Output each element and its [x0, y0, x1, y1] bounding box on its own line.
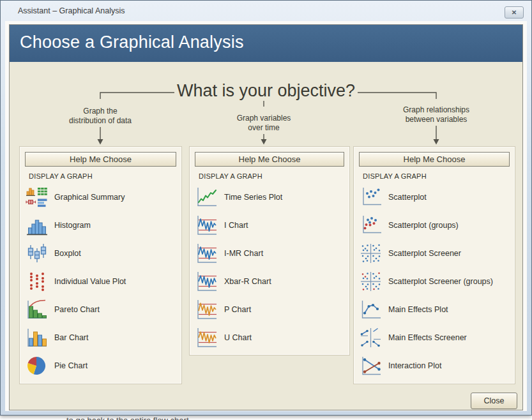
help-me-choose-button-distribution[interactable]: Help Me Choose	[25, 152, 176, 167]
scatterplot-screener-icon	[359, 243, 383, 264]
graph-item-label: Scatterplot (groups)	[388, 221, 459, 230]
help-me-choose-button-relationships[interactable]: Help Me Choose	[359, 152, 510, 167]
graph-item-scatterplot-screener-groups[interactable]: Scatterplot Screener (groups)	[359, 267, 513, 296]
dialog-client: Choose a Graphical Analysis	[5, 21, 527, 411]
dialog-content: What is your objective? Graph the distri…	[10, 62, 522, 410]
interaction-plot-icon	[359, 355, 383, 377]
graph-item-p-chart[interactable]: P Chart	[195, 296, 348, 324]
branch-line: Graph relationships	[382, 105, 490, 115]
graph-item-xbar-r-chart[interactable]: Xbar-R Chart	[195, 267, 348, 296]
graph-item-histogram[interactable]: Histogram	[25, 211, 180, 239]
scatterplot-screener-groups-icon	[359, 271, 383, 292]
graph-item-label: Interaction Plot	[388, 361, 441, 370]
graph-list-relationships: Scatterplot	[359, 183, 513, 380]
graph-list-distribution: Graphical Summary	[25, 183, 180, 380]
branch-label-distribution: Graph the distribution of data	[46, 107, 155, 126]
graph-item-interaction-plot[interactable]: Interaction Plot	[359, 352, 513, 380]
graph-item-scatterplot[interactable]: Scatterplot	[359, 183, 513, 211]
window-title: Assistant – Graphical Analysis	[18, 6, 125, 15]
graph-item-time-series-plot[interactable]: Time Series Plot	[195, 183, 348, 211]
branch-line: over time	[209, 123, 318, 133]
graph-item-bar-chart[interactable]: Bar Chart	[25, 324, 180, 352]
graph-item-label: I-MR Chart	[224, 249, 263, 258]
graph-item-label: Boxplot	[54, 249, 81, 258]
time-series-plot-icon	[195, 186, 219, 208]
branch-label-relationships: Graph relationships between variables	[382, 105, 490, 124]
branch-line: Graph variables	[209, 114, 318, 123]
histogram-icon	[25, 214, 49, 236]
graph-item-label: Scatterplot Screener (groups)	[388, 277, 493, 286]
display-a-graph-heading: DISPLAY A GRAPH	[363, 172, 427, 180]
graph-item-label: Scatterplot	[388, 193, 427, 202]
close-button[interactable]: Close	[471, 393, 517, 409]
flowchart-connectors	[10, 62, 522, 146]
scatterplot-groups-icon	[359, 214, 383, 236]
main-effects-screener-icon	[359, 327, 383, 349]
p-chart-icon	[195, 299, 219, 320]
xbar-r-chart-icon	[195, 271, 219, 292]
graph-item-label: Pareto Chart	[54, 305, 100, 314]
graphical-summary-icon	[25, 186, 49, 208]
branch-line: between variables	[382, 115, 490, 124]
i-chart-icon	[195, 214, 219, 236]
dialog-title: Choose a Graphical Analysis	[20, 33, 244, 52]
graph-item-label: I Chart	[224, 221, 248, 230]
graph-item-label: Xbar-R Chart	[224, 277, 271, 286]
graph-item-u-chart[interactable]: U Chart	[195, 324, 348, 352]
graph-item-boxplot[interactable]: Boxplot	[25, 239, 180, 267]
screen: to go back to the entire flow chart. Ass…	[0, 0, 532, 420]
display-a-graph-heading: DISPLAY A GRAPH	[199, 172, 262, 180]
graph-item-graphical-summary[interactable]: Graphical Summary	[25, 183, 180, 211]
graph-item-scatterplot-groups[interactable]: Scatterplot (groups)	[359, 211, 513, 239]
pie-chart-icon	[25, 355, 49, 377]
graph-item-label: U Chart	[224, 333, 252, 342]
branch-line: distribution of data	[46, 116, 155, 126]
graph-item-label: Individual Value Plot	[54, 277, 126, 286]
objective-question: What is your objective?	[10, 81, 522, 101]
help-me-choose-button-over-time[interactable]: Help Me Choose	[195, 152, 344, 167]
graph-item-main-effects-plot[interactable]: Main Effects Plot	[359, 296, 513, 324]
individual-value-plot-icon	[25, 271, 49, 292]
assistant-window: Assistant – Graphical Analysis ✕ Choose …	[0, 0, 532, 416]
graph-item-label: Main Effects Screener	[388, 333, 467, 342]
panel-relationships: Help Me Choose DISPLAY A GRAPH	[353, 146, 515, 384]
i-mr-chart-icon	[195, 243, 219, 264]
graph-item-label: Scatterplot Screener	[388, 249, 461, 258]
bar-chart-icon	[25, 327, 49, 349]
boxplot-icon	[25, 243, 49, 264]
graph-item-label: P Chart	[224, 305, 251, 314]
graph-item-label: Main Effects Plot	[388, 305, 448, 314]
branch-label-over-time: Graph variables over time	[209, 114, 318, 133]
graph-item-pie-chart[interactable]: Pie Chart	[25, 352, 180, 380]
graph-item-label: Graphical Summary	[54, 193, 125, 202]
titlebar[interactable]: Assistant – Graphical Analysis ✕	[1, 1, 531, 21]
graph-item-label: Time Series Plot	[224, 193, 282, 202]
graph-item-pareto-chart[interactable]: Pareto Chart	[25, 296, 180, 324]
graph-item-scatterplot-screener[interactable]: Scatterplot Screener	[359, 239, 513, 267]
branch-line: Graph the	[46, 107, 155, 116]
u-chart-icon	[195, 327, 219, 349]
main-effects-plot-icon	[359, 299, 383, 320]
graph-item-label: Pie Chart	[54, 361, 87, 370]
window-close-button[interactable]: ✕	[505, 6, 524, 19]
pareto-chart-icon	[25, 299, 49, 320]
display-a-graph-heading: DISPLAY A GRAPH	[29, 172, 93, 180]
graph-list-over-time: Time Series Plot	[195, 183, 348, 352]
background-document-text: to go back to the entire flow chart.	[66, 416, 191, 420]
close-icon: ✕	[512, 9, 517, 16]
graph-item-label: Bar Chart	[54, 333, 89, 342]
dialog: Choose a Graphical Analysis	[9, 24, 523, 410]
graph-item-i-mr-chart[interactable]: I-MR Chart	[195, 239, 348, 267]
panel-distribution: Help Me Choose DISPLAY A GRAPH	[19, 146, 182, 384]
graph-item-main-effects-screener[interactable]: Main Effects Screener	[359, 324, 513, 352]
graph-item-label: Histogram	[54, 221, 91, 230]
scatterplot-icon	[359, 186, 383, 208]
dialog-header: Choose a Graphical Analysis	[10, 25, 522, 62]
graph-item-i-chart[interactable]: I Chart	[195, 211, 348, 239]
graph-item-individual-value-plot[interactable]: Individual Value Plot	[25, 267, 180, 296]
panel-over-time: Help Me Choose DISPLAY A GRAPH	[189, 146, 350, 356]
